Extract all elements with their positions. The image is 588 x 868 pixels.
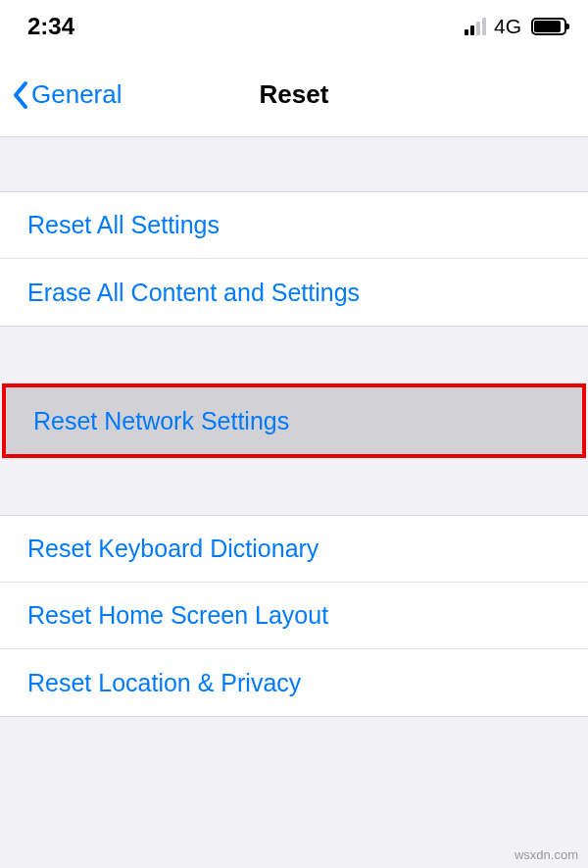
- row-label: Reset Network Settings: [33, 407, 289, 435]
- watermark: wsxdn.com: [514, 847, 578, 862]
- reset-network-settings-row[interactable]: Reset Network Settings: [6, 387, 582, 454]
- back-button[interactable]: General: [12, 79, 122, 110]
- row-label: Reset Home Screen Layout: [27, 601, 328, 630]
- reset-section-3: Reset Keyboard Dictionary Reset Home Scr…: [0, 515, 588, 717]
- erase-all-content-row[interactable]: Erase All Content and Settings: [0, 259, 588, 326]
- back-label: General: [31, 79, 122, 110]
- navigation-bar: General Reset: [0, 53, 588, 137]
- status-time: 2:34: [27, 13, 74, 40]
- cellular-signal-icon: [465, 18, 486, 35]
- row-label: Reset All Settings: [27, 211, 220, 239]
- row-label: Erase All Content and Settings: [27, 279, 360, 307]
- battery-icon: [531, 18, 566, 35]
- reset-location-privacy-row[interactable]: Reset Location & Privacy: [0, 649, 588, 716]
- highlight-annotation: Reset Network Settings: [2, 383, 586, 458]
- status-bar: 2:34 4G: [0, 0, 588, 53]
- page-title: Reset: [260, 79, 329, 110]
- reset-keyboard-dictionary-row[interactable]: Reset Keyboard Dictionary: [0, 516, 588, 583]
- reset-all-settings-row[interactable]: Reset All Settings: [0, 192, 588, 259]
- row-label: Reset Keyboard Dictionary: [27, 535, 318, 563]
- network-type-label: 4G: [494, 15, 521, 38]
- row-label: Reset Location & Privacy: [27, 669, 301, 697]
- reset-section-1: Reset All Settings Erase All Content and…: [0, 191, 588, 327]
- section-spacer: [0, 137, 588, 191]
- chevron-left-icon: [12, 80, 29, 110]
- status-indicators: 4G: [465, 15, 566, 38]
- section-spacer: [0, 327, 588, 383]
- reset-home-screen-row[interactable]: Reset Home Screen Layout: [0, 583, 588, 649]
- section-spacer: [0, 458, 588, 515]
